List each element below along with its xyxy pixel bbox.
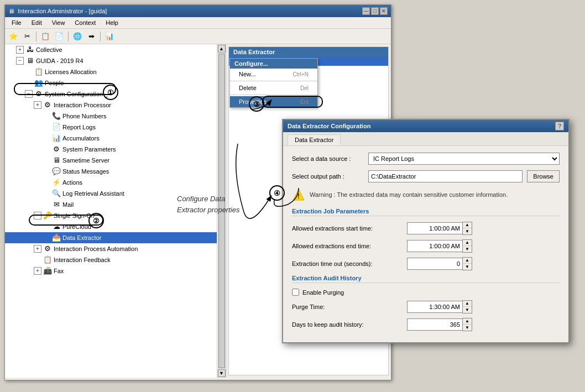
toolbar-btn-1[interactable]: ⭐	[7, 30, 19, 43]
tree-item-accumulators[interactable]: 📊 Accumulators	[5, 133, 217, 144]
tree-expand-ip[interactable]: +	[34, 101, 41, 109]
tree-item-ipa[interactable]: + ⚙ Interaction Process Automation	[5, 243, 217, 254]
minimize-button[interactable]: —	[362, 7, 370, 15]
timeout-input[interactable]	[407, 258, 462, 270]
end-time-up[interactable]: ▲	[463, 240, 472, 246]
toolbar-btn-3[interactable]: 📋	[39, 30, 51, 43]
ctx-item-new[interactable]: New... Ctrl+N	[230, 69, 317, 80]
ctx-item-properties[interactable]: Properties Ent	[230, 96, 317, 107]
reportlogs-icon: 📄	[52, 123, 61, 132]
maximize-button[interactable]: □	[371, 7, 379, 15]
timeout-down[interactable]: ▼	[463, 264, 472, 270]
purge-time-control: ▲ ▼	[407, 300, 472, 313]
ip-icon: ⚙	[43, 101, 52, 109]
toolbar-btn-7[interactable]: 📊	[103, 30, 116, 43]
days-spinner: ▲ ▼	[462, 318, 472, 331]
timeout-up[interactable]: ▲	[463, 258, 472, 264]
menu-bar: File Edit View Context Help	[5, 17, 391, 29]
end-time-down[interactable]: ▼	[463, 246, 472, 252]
ctx-item-delete[interactable]: Delete Del	[230, 82, 317, 93]
menu-help[interactable]: Help	[101, 18, 123, 27]
tree-expand-sso[interactable]: −	[34, 212, 41, 219]
toolbar-btn-2[interactable]: ✂	[21, 30, 33, 43]
tree-item-ip[interactable]: + ⚙ Interaction Processor	[5, 100, 217, 111]
enable-purging-checkbox[interactable]	[292, 289, 299, 296]
audit-header: Extraction Audit History	[292, 275, 560, 283]
ctx-sep-1	[230, 81, 317, 81]
tree-expand-ipa[interactable]: +	[34, 245, 41, 253]
dialog-help-button[interactable]: ?	[555, 122, 564, 130]
warning-row: ! Warning : The extracted data may conta…	[292, 188, 560, 201]
tree-item-mail[interactable]: ✉ Mail	[5, 199, 217, 210]
tree-expand-acc	[43, 134, 50, 142]
scroll-up-button[interactable]: ▲	[218, 45, 226, 53]
close-button[interactable]: ✕	[380, 7, 388, 15]
collective-icon: 🖧	[25, 45, 34, 54]
scroll-down-button[interactable]: ▼	[218, 369, 226, 377]
purge-time-input[interactable]	[407, 301, 462, 313]
tree-expand-guida[interactable]: −	[16, 57, 24, 65]
toolbar-btn-4[interactable]: 📄	[53, 30, 65, 43]
tree-expand-collective[interactable]: +	[16, 46, 24, 54]
tree-item-licenses[interactable]: 📋 Licenses Allocation	[5, 66, 217, 77]
tree-item-fax[interactable]: + 📠 Fax	[5, 265, 217, 276]
tree-item-people[interactable]: 👥 People	[5, 77, 217, 88]
tree-item-dataextractor[interactable]: 📤 Data Extractor	[5, 232, 217, 243]
tree-item-ifeedback[interactable]: 📋 Interaction Feedback	[5, 254, 217, 265]
collective-label: Collective	[36, 45, 62, 55]
toolbar-btn-6[interactable]: ➡	[85, 30, 97, 43]
tree-item-sysparams[interactable]: ⚙ System Parameters	[5, 144, 217, 155]
days-up[interactable]: ▲	[463, 318, 472, 325]
datasource-label: Select a data source :	[292, 155, 364, 162]
toolbar: ⭐ ✂ 📋 📄 🌐 ➡ 📊	[5, 29, 391, 44]
tree-item-syscfg[interactable]: − ⚙ System Configuration _	[5, 88, 217, 100]
scroll-thumb[interactable]	[218, 54, 225, 368]
tree-scrollbar[interactable]: ▲ ▼	[217, 44, 226, 378]
tab-data-extractor[interactable]: Data Extractor	[288, 134, 341, 145]
purge-time-down[interactable]: ▼	[463, 307, 472, 313]
toolbar-btn-5[interactable]: 🌐	[71, 30, 83, 43]
purge-time-up[interactable]: ▲	[463, 301, 472, 307]
end-time-input[interactable]	[407, 240, 462, 252]
job-params-header: Extraction Job Parameters	[292, 208, 560, 216]
tree-expand-sp	[43, 145, 50, 153]
start-time-up[interactable]: ▲	[463, 222, 472, 228]
outputpath-input[interactable]	[368, 170, 523, 182]
tree-item-reportlogs[interactable]: 📄 Report Logs	[5, 122, 217, 133]
tree-expand-de	[43, 234, 50, 242]
tree-item-purecloud[interactable]: ☁ PureCloud	[5, 221, 217, 232]
title-bar: 🖥 Interaction Administrator - [guida] — …	[5, 5, 391, 17]
ctx-properties-shortcut: Ent	[300, 99, 309, 105]
days-down[interactable]: ▼	[463, 325, 472, 331]
tree-item-statusmsg[interactable]: 💬 Status Messages	[5, 166, 217, 177]
datasource-select[interactable]: IC Report Logs	[368, 153, 560, 165]
browse-button[interactable]: Browse	[527, 170, 560, 182]
tree-expand-fax[interactable]: +	[34, 267, 41, 275]
act-label: Actions	[62, 177, 82, 187]
tree-expand-syscfg[interactable]: −	[25, 90, 33, 98]
tree-item-collective[interactable]: + 🖧 Collective	[5, 44, 217, 55]
tree-expand-if	[34, 256, 41, 264]
menu-edit[interactable]: Edit	[27, 18, 46, 27]
tree-item-guida[interactable]: − 🖥 GUIDA - 2019 R4	[5, 55, 217, 66]
ctx-new-shortcut: Ctrl+N	[292, 71, 309, 77]
tree-item-actions[interactable]: ⚡ Actions	[5, 177, 217, 188]
guida-label: GUIDA - 2019 R4	[36, 56, 83, 66]
menu-file[interactable]: File	[7, 18, 26, 27]
people-label: People	[45, 78, 64, 88]
menu-view[interactable]: View	[48, 18, 70, 27]
tree-item-sametime[interactable]: 🖥 Sametime Server	[5, 155, 217, 166]
tree-expand-sm	[43, 168, 50, 175]
start-time-input[interactable]	[407, 222, 462, 234]
tree-item-phonenumbers[interactable]: 📞 Phone Numbers	[5, 111, 217, 122]
if-icon: 📋	[43, 255, 52, 264]
tree-item-sso[interactable]: − 🔑 Single Sign-On	[5, 210, 217, 221]
menu-context[interactable]: Context	[70, 18, 100, 27]
reportlogs-label: Report Logs	[62, 122, 96, 132]
tree-item-logretrieval[interactable]: 🔍 Log Retrieval Assistant	[5, 188, 217, 199]
syscfg-icon: ⚙	[34, 90, 43, 98]
tree-expand-licenses	[25, 68, 33, 76]
days-input[interactable]	[407, 318, 462, 331]
start-time-down[interactable]: ▼	[463, 228, 472, 234]
mail-label: Mail	[62, 200, 74, 210]
